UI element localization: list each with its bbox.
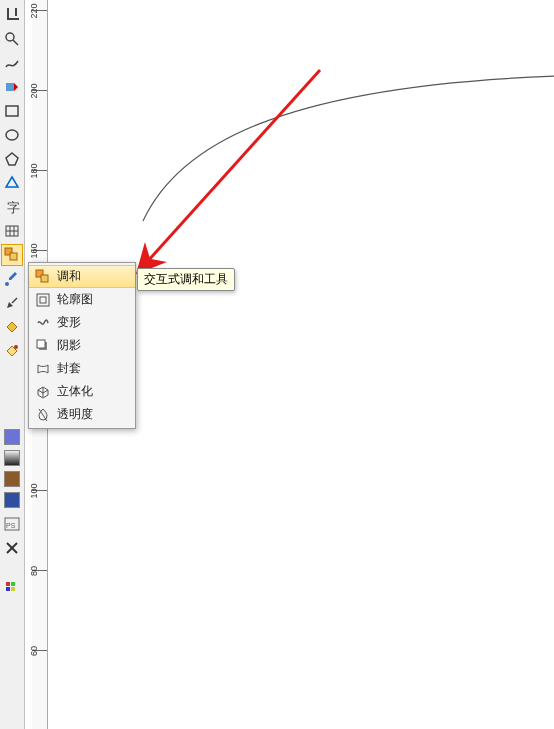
tool-polygon[interactable] — [1, 148, 23, 170]
tool-outline-pen[interactable] — [1, 292, 23, 314]
ruler-mark: 80 — [29, 566, 39, 576]
extrude-icon — [35, 384, 51, 400]
svg-marker-5 — [6, 153, 18, 165]
svg-rect-21 — [11, 582, 15, 586]
tool-table[interactable] — [1, 220, 23, 242]
svg-rect-20 — [6, 582, 10, 586]
tool-fill[interactable] — [1, 316, 23, 338]
distort-icon — [35, 315, 51, 331]
tool-zoom[interactable] — [1, 28, 23, 50]
tool-interactive-blend[interactable] — [1, 244, 23, 266]
flyout-item-extrude[interactable]: 立体化 — [29, 380, 135, 403]
svg-rect-2 — [6, 83, 14, 91]
tool-basic-shapes[interactable] — [1, 172, 23, 194]
flyout-item-distort[interactable]: 变形 — [29, 311, 135, 334]
ruler-mark: 160 — [29, 243, 39, 258]
flyout-item-drop-shadow[interactable]: 阴影 — [29, 334, 135, 357]
swatch-4[interactable] — [4, 492, 20, 508]
flyout-item-blend[interactable]: 调和 — [29, 265, 135, 288]
flyout-label: 变形 — [57, 314, 81, 331]
svg-rect-12 — [10, 253, 17, 260]
flyout-label: 轮廓图 — [57, 291, 93, 308]
shadow-icon — [35, 338, 51, 354]
svg-text:字: 字 — [7, 200, 20, 215]
blend-icon — [35, 269, 51, 285]
tool-rectangle[interactable] — [1, 100, 23, 122]
flyout-label: 立体化 — [57, 383, 93, 400]
svg-rect-26 — [41, 275, 48, 282]
tooltip-text: 交互式调和工具 — [144, 272, 228, 286]
tooltip: 交互式调和工具 — [137, 268, 235, 291]
ruler-mark: 220 — [29, 3, 39, 18]
svg-rect-27 — [37, 294, 49, 306]
svg-point-13 — [5, 282, 9, 286]
ruler-mark: 180 — [29, 163, 39, 178]
tool-postscript-fill[interactable]: PS — [1, 513, 23, 535]
tool-smartfill[interactable] — [1, 76, 23, 98]
flyout-item-envelope[interactable]: 封套 — [29, 357, 135, 380]
svg-point-0 — [6, 33, 14, 41]
svg-line-14 — [12, 298, 17, 303]
tool-freehand[interactable] — [1, 52, 23, 74]
contour-icon — [35, 292, 51, 308]
svg-point-4 — [6, 130, 18, 140]
flyout-label: 调和 — [57, 268, 81, 285]
flyout-label: 透明度 — [57, 406, 93, 423]
svg-rect-22 — [6, 587, 10, 591]
svg-text:PS: PS — [6, 522, 16, 529]
swatch-3[interactable] — [4, 471, 20, 487]
interactive-tools-flyout: 调和 轮廓图 变形 阴影 封套 立体化 透明度 — [28, 262, 136, 429]
swatch-2[interactable] — [4, 450, 20, 466]
svg-point-15 — [14, 345, 18, 349]
envelope-icon — [35, 361, 51, 377]
ruler-mark: 100 — [29, 483, 39, 498]
svg-line-1 — [13, 40, 18, 45]
tool-crop[interactable] — [1, 4, 23, 26]
tool-interactive-fill[interactable] — [1, 340, 23, 362]
tool-color-docker[interactable] — [1, 575, 23, 597]
tool-ellipse[interactable] — [1, 124, 23, 146]
flyout-item-contour[interactable]: 轮廓图 — [29, 288, 135, 311]
tool-eyedropper[interactable] — [1, 268, 23, 290]
flyout-label: 封套 — [57, 360, 81, 377]
swatch-1[interactable] — [4, 429, 20, 445]
svg-rect-23 — [11, 587, 15, 591]
ruler-mark: 60 — [29, 646, 39, 656]
tool-text[interactable]: 字 — [1, 196, 23, 218]
flyout-label: 阴影 — [57, 337, 81, 354]
transparency-icon — [35, 407, 51, 423]
flyout-item-transparency[interactable]: 透明度 — [29, 403, 135, 426]
svg-rect-3 — [6, 106, 18, 116]
toolbox: 字 PS — [0, 0, 25, 729]
svg-rect-28 — [40, 297, 46, 303]
svg-rect-30 — [37, 340, 45, 348]
tool-no-fill[interactable] — [1, 537, 23, 559]
ruler-mark: 200 — [29, 83, 39, 98]
